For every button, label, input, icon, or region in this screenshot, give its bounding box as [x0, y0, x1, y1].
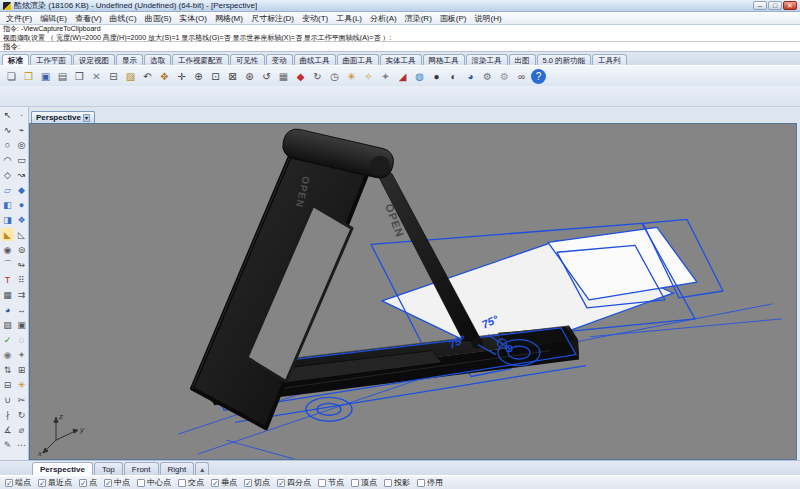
toolbar-icon[interactable]: ◆: [293, 69, 308, 84]
sidebar-tool-icon[interactable]: ○: [1, 138, 14, 151]
toolbar-icon[interactable]: ⚙: [497, 69, 512, 84]
toolbar-icon[interactable]: ✥: [157, 69, 172, 84]
sidebar-tool-icon[interactable]: ◌: [15, 333, 28, 346]
sidebar-tool-icon[interactable]: ⠿: [15, 273, 28, 286]
osnap-toggle[interactable]: 投影: [384, 477, 410, 488]
maximize-button[interactable]: □: [768, 1, 782, 10]
osnap-toggle[interactable]: 切点: [244, 477, 270, 488]
toolbar-tab[interactable]: 渲染工具: [466, 54, 508, 65]
toolbar-tab[interactable]: 网格工具: [423, 54, 465, 65]
sidebar-tool-icon[interactable]: T: [1, 273, 14, 286]
toolbar-tab[interactable]: 工具列: [592, 54, 627, 65]
osnap-toggle[interactable]: 中心点: [137, 477, 171, 488]
osnap-checkbox[interactable]: [104, 479, 112, 487]
toolbar-icon[interactable]: ❏: [4, 69, 19, 84]
sidebar-tool-icon[interactable]: ∙: [15, 108, 28, 121]
sidebar-tool-icon[interactable]: ❖: [15, 213, 28, 226]
sidebar-tool-icon[interactable]: ⋯: [15, 438, 28, 451]
viewport-tab-menu[interactable]: ▴: [195, 462, 209, 475]
osnap-checkbox[interactable]: [417, 479, 425, 487]
menu-item[interactable]: 渲染(R): [401, 13, 436, 24]
toolbar-icon[interactable]: ↶: [140, 69, 155, 84]
sidebar-tool-icon[interactable]: ✦: [15, 348, 28, 361]
toolbar-icon[interactable]: ◢: [395, 69, 410, 84]
menu-item[interactable]: 查看(V): [71, 13, 106, 24]
osnap-checkbox[interactable]: [211, 479, 219, 487]
osnap-toggle[interactable]: 垂点: [211, 477, 237, 488]
toolbar-icon[interactable]: ❐: [21, 69, 36, 84]
sidebar-tool-icon[interactable]: ⌒: [1, 258, 14, 271]
toolbar-tab[interactable]: 变动: [266, 54, 293, 65]
sidebar-tool-icon[interactable]: ✎: [1, 438, 14, 451]
chevron-down-icon[interactable]: ▾: [83, 114, 90, 122]
sidebar-tool-icon[interactable]: ◺: [15, 228, 28, 241]
menu-item[interactable]: 说明(H): [470, 13, 505, 24]
toolbar-icon[interactable]: ◐: [446, 69, 461, 84]
toolbar-tab[interactable]: 工作视窗配置: [172, 54, 229, 65]
menu-item[interactable]: 变动(T): [298, 13, 332, 24]
toolbar-icon[interactable]: ❒: [72, 69, 87, 84]
sidebar-tool-icon[interactable]: ↝: [15, 168, 28, 181]
toolbar-tab[interactable]: 可见性: [230, 54, 265, 65]
viewport-title-tab[interactable]: Perspective ▾: [31, 111, 95, 123]
sidebar-tool-icon[interactable]: ⊞: [15, 363, 28, 376]
toolbar-tab[interactable]: 实体工具: [380, 54, 422, 65]
toolbar-icon[interactable]: ⚙: [480, 69, 495, 84]
menu-item[interactable]: 编辑(E): [36, 13, 71, 24]
menu-item[interactable]: 尺寸标注(D): [247, 13, 298, 24]
osnap-toggle[interactable]: 点: [79, 477, 97, 488]
osnap-checkbox[interactable]: [351, 479, 359, 487]
osnap-checkbox[interactable]: [137, 479, 145, 487]
viewport-page-tab[interactable]: Front: [124, 462, 159, 475]
menu-item[interactable]: 分析(A): [366, 13, 401, 24]
sidebar-tool-icon[interactable]: ◨: [1, 213, 14, 226]
sidebar-tool-icon[interactable]: ◉: [1, 243, 14, 256]
sidebar-tool-icon[interactable]: ▱: [1, 183, 14, 196]
toolbar-icon[interactable]: ✕: [89, 69, 104, 84]
toolbar-icon[interactable]: ↺: [259, 69, 274, 84]
toolbar-tab[interactable]: 出图: [509, 54, 536, 65]
sidebar-tool-icon[interactable]: ↔: [15, 303, 28, 316]
osnap-checkbox[interactable]: [38, 479, 46, 487]
toolbar-icon[interactable]: ?: [531, 69, 546, 84]
osnap-toggle[interactable]: 停用: [417, 477, 443, 488]
sidebar-tool-icon[interactable]: ▣: [15, 318, 28, 331]
osnap-checkbox[interactable]: [244, 479, 252, 487]
toolbar-icon[interactable]: ↻: [310, 69, 325, 84]
sidebar-tool-icon[interactable]: ◧: [1, 198, 14, 211]
sidebar-tool-icon[interactable]: ✓: [1, 333, 14, 346]
sidebar-tool-icon[interactable]: ⊚: [15, 243, 28, 256]
sidebar-tool-icon[interactable]: ●: [15, 198, 28, 211]
sidebar-tool-icon[interactable]: ↻: [15, 408, 28, 421]
menu-item[interactable]: 实体(O): [175, 13, 211, 24]
toolbar-icon[interactable]: ▤: [55, 69, 70, 84]
osnap-checkbox[interactable]: [79, 479, 87, 487]
toolbar-tab[interactable]: 5.0 的新功能: [537, 54, 592, 65]
toolbar-icon[interactable]: ◍: [412, 69, 427, 84]
sidebar-tool-icon[interactable]: ◇: [1, 168, 14, 181]
toolbar-tab[interactable]: 曲线工具: [294, 54, 336, 65]
sidebar-tool-icon[interactable]: ⌁: [15, 123, 28, 136]
sidebar-tool-icon[interactable]: ↬: [15, 258, 28, 271]
sidebar-tool-icon[interactable]: ✂: [15, 393, 28, 406]
toolbar-icon[interactable]: ⊕: [191, 69, 206, 84]
osnap-toggle[interactable]: 顶点: [351, 477, 377, 488]
osnap-toggle[interactable]: 中点: [104, 477, 130, 488]
osnap-checkbox[interactable]: [178, 479, 186, 487]
osnap-checkbox[interactable]: [277, 479, 285, 487]
sidebar-tool-icon[interactable]: ⊟: [1, 378, 14, 391]
toolbar-icon[interactable]: ▦: [276, 69, 291, 84]
toolbar-icon[interactable]: ✧: [361, 69, 376, 84]
menu-item[interactable]: 曲线(C): [106, 13, 141, 24]
toolbar-icon[interactable]: ⊠: [225, 69, 240, 84]
menu-item[interactable]: 网格(M): [211, 13, 247, 24]
osnap-toggle[interactable]: 节点: [318, 477, 344, 488]
toolbar-icon[interactable]: ∞: [514, 69, 529, 84]
sidebar-tool-icon[interactable]: ∿: [1, 123, 14, 136]
toolbar-icon[interactable]: ⊟: [106, 69, 121, 84]
toolbar-icon[interactable]: ⊡: [208, 69, 223, 84]
sidebar-tool-icon[interactable]: ◆: [15, 183, 28, 196]
sidebar-tool-icon[interactable]: ↖: [1, 108, 14, 121]
sidebar-tool-icon[interactable]: ∡: [1, 423, 14, 436]
osnap-toggle[interactable]: 最近点: [38, 477, 72, 488]
